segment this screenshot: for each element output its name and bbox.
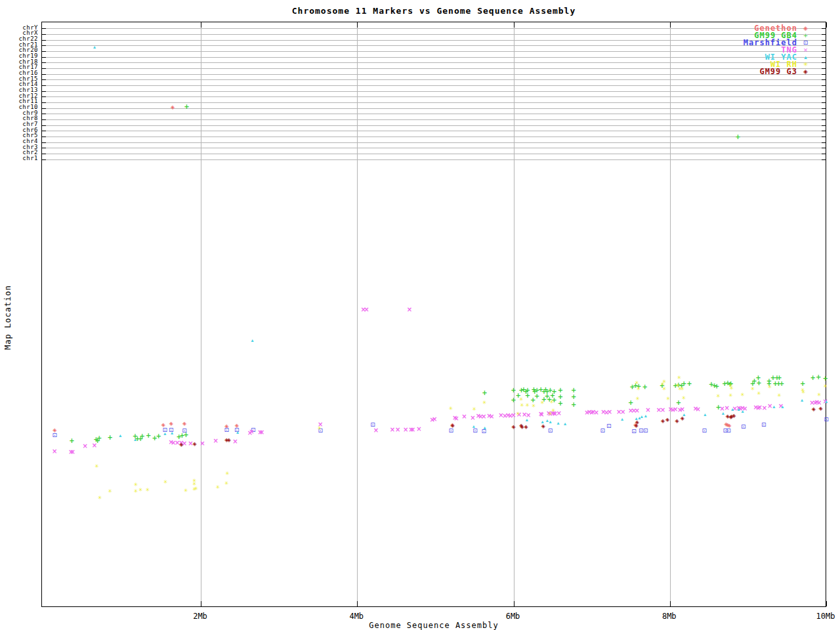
plot-area: ◈◈◈◈◈◈◈◈◈◈◈◈++++++++++++++++++++++++++++… bbox=[41, 22, 826, 607]
legend-label: GM99 G3 bbox=[759, 67, 797, 76]
scatter-point-wi_yac: ▴ bbox=[704, 412, 706, 417]
scatter-point-genethon: ◈ bbox=[171, 105, 175, 110]
chromosome-tick-right bbox=[822, 40, 826, 41]
scatter-point-wi_yac: ▴ bbox=[722, 411, 724, 416]
scatter-point-wi_rh: ✳ bbox=[184, 488, 188, 494]
chromosome-tick-right bbox=[822, 45, 826, 46]
scatter-point-gm99_g3: ◈ bbox=[819, 406, 823, 411]
scatter-point-wi_rh: ✳ bbox=[716, 394, 721, 399]
scatter-point-marshfield: ⊡ bbox=[726, 427, 731, 433]
chromosome-gridline bbox=[42, 148, 826, 148]
scatter-point-wi_rh: ✳ bbox=[540, 400, 545, 406]
scatter-point-tng: × bbox=[407, 306, 412, 313]
chromosome-tick-left bbox=[42, 136, 46, 137]
scatter-point-wi_yac: ▴ bbox=[731, 407, 734, 412]
chromosome-tick-right bbox=[822, 62, 826, 63]
scatter-point-wi_rh: ✳ bbox=[94, 464, 99, 469]
scatter-point-wi_rh: ✳ bbox=[520, 403, 524, 408]
scatter-point-marshfield: ⊡ bbox=[182, 427, 187, 433]
chromosome-gridline bbox=[42, 40, 826, 41]
chromosome-gridline bbox=[42, 131, 826, 131]
scatter-point-wi_rh: ✳ bbox=[98, 495, 102, 501]
scatter-point-tng: × bbox=[594, 410, 599, 416]
chromosome-tick-right bbox=[822, 131, 826, 131]
chromosome-tick-left bbox=[42, 114, 46, 114]
scatter-point-wi_rh: ✳ bbox=[108, 489, 112, 494]
chromosome-tick-left bbox=[42, 108, 46, 109]
chromosome-gridline bbox=[42, 28, 826, 29]
scatter-point-wi_rh: ✳ bbox=[482, 400, 487, 406]
scatter-point-gm99_g3: ◈ bbox=[179, 442, 183, 448]
chromosome-tick-left bbox=[42, 28, 46, 29]
chromosome-tick-left bbox=[42, 131, 46, 131]
scatter-point-tng: × bbox=[432, 416, 437, 423]
scatter-point-gm99_g3: ◈ bbox=[192, 442, 196, 447]
scatter-point-gm99_gb4: + bbox=[139, 433, 144, 440]
scatter-point-wi_yac: ▴ bbox=[556, 421, 559, 426]
scatter-point-wi_rh: ✳ bbox=[318, 426, 322, 431]
scatter-point-tng: × bbox=[461, 413, 467, 420]
chromosome-tick-left bbox=[42, 125, 46, 126]
chromosome-gridline bbox=[42, 108, 826, 109]
scatter-point-marshfield: ⊡ bbox=[606, 423, 612, 429]
chromosome-tick-right bbox=[822, 159, 826, 160]
scatter-point-gm99_gb4: + bbox=[686, 381, 692, 387]
mb-tick-bottom bbox=[826, 601, 827, 606]
scatter-point-wi_yac: ▴ bbox=[621, 417, 623, 422]
scatter-point-wi_yac: ▴ bbox=[526, 417, 528, 423]
scatter-point-wi_yac: ▴ bbox=[640, 414, 643, 419]
scatter-point-marshfield: ⊡ bbox=[702, 427, 707, 433]
chrom-label: chr1 bbox=[1, 156, 38, 161]
scatter-point-wi_rh: ✳ bbox=[134, 489, 138, 494]
scatter-point-wi_rh: ✳ bbox=[682, 396, 686, 401]
scatter-point-wi_rh: ✳ bbox=[472, 407, 477, 412]
chromosome-tick-left bbox=[42, 159, 46, 160]
chromosome-tick-left bbox=[42, 57, 46, 58]
legend-row: GM99 G3◈ bbox=[744, 68, 814, 75]
chromosome-tick-left bbox=[42, 102, 46, 103]
scatter-point-tng: × bbox=[660, 407, 665, 413]
chromosome-gridline bbox=[42, 154, 826, 154]
scatter-point-wi_yac: ▴ bbox=[546, 418, 549, 423]
mb-tick-top bbox=[514, 22, 514, 28]
scatter-point-wi_rh: ✳ bbox=[134, 482, 138, 488]
mb-gridline bbox=[514, 22, 514, 606]
chromosome-gridline bbox=[42, 159, 826, 160]
chromosome-gridline bbox=[42, 102, 826, 103]
scatter-point-tng: × bbox=[200, 440, 205, 447]
chromosome-gridline bbox=[42, 114, 826, 114]
scatter-point-tng: × bbox=[762, 405, 767, 411]
scatter-point-wi_rh: ✳ bbox=[677, 375, 682, 381]
chromosome-tick-left bbox=[42, 119, 46, 120]
chromosome-tick-right bbox=[822, 102, 826, 103]
scatter-point-wi_rh: ✳ bbox=[224, 481, 229, 486]
mb-tick-top bbox=[826, 22, 827, 28]
chromosome-gridline bbox=[42, 45, 826, 46]
scatter-point-marshfield: ⊡ bbox=[643, 427, 648, 433]
chromosome-tick-right bbox=[822, 91, 826, 92]
scatter-point-gm99_gb4: + bbox=[816, 374, 821, 381]
scatter-point-gm99_gb4: + bbox=[156, 433, 161, 440]
scatter-point-tng: × bbox=[489, 413, 494, 420]
scatter-point-tng: × bbox=[724, 405, 730, 411]
scatter-point-wi_rh: ✳ bbox=[801, 390, 806, 395]
scatter-point-gm99_gb4: + bbox=[642, 384, 647, 390]
scatter-point-gm99_gb4: + bbox=[69, 438, 74, 444]
scatter-point-marshfield: ⊡ bbox=[741, 424, 746, 430]
scatter-point-wi_rh: ✳ bbox=[662, 379, 667, 385]
scatter-point-gm99_gb4: + bbox=[96, 435, 102, 442]
scatter-point-wi_yac: ▴ bbox=[825, 399, 828, 404]
chromosome-tick-left bbox=[42, 85, 46, 86]
chromosome-gridline bbox=[42, 142, 826, 143]
legend-glyph-plus: + bbox=[797, 32, 814, 39]
scatter-point-tng: × bbox=[232, 438, 238, 445]
scatter-point-gm99_g3: ◈ bbox=[665, 417, 669, 423]
mb-tick-bottom bbox=[357, 601, 358, 606]
scatter-point-wi_rh: ✳ bbox=[662, 387, 667, 392]
chromosome-tick-left bbox=[42, 79, 46, 80]
scatter-point-gm99_gb4: + bbox=[558, 400, 563, 407]
x-tick-label: 6Mb bbox=[497, 612, 529, 621]
chromosome-gridline bbox=[42, 79, 826, 80]
scatter-point-wi_rh: ✳ bbox=[194, 486, 198, 492]
scatter-point-tng: × bbox=[390, 427, 395, 433]
